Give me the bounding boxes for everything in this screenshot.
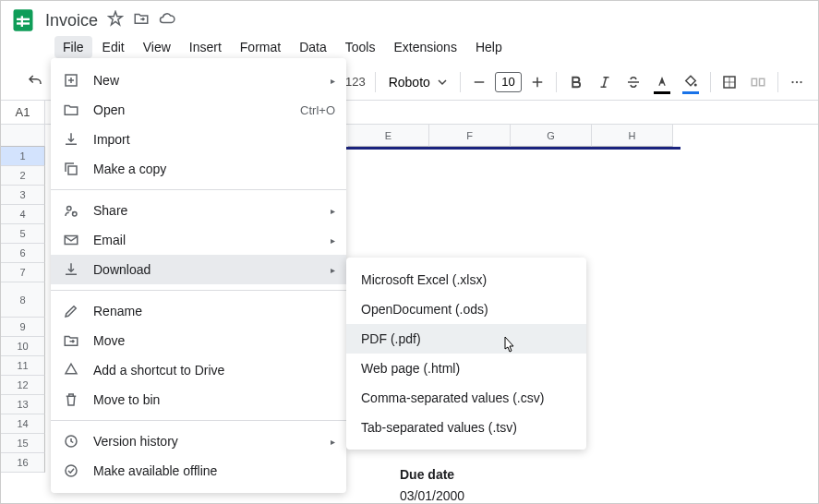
row-header[interactable]: 13 xyxy=(1,395,45,414)
menu-tools[interactable]: Tools xyxy=(337,36,384,58)
column-headers[interactable]: EFGH xyxy=(348,125,673,147)
svg-rect-3 xyxy=(21,16,23,27)
download-tsv[interactable]: Tab-separated values (.tsv) xyxy=(346,413,586,442)
menu-item-offline[interactable]: Make available offline xyxy=(51,456,346,486)
download-ods[interactable]: OpenDocument (.ods) xyxy=(346,294,586,324)
row-header[interactable]: 14 xyxy=(1,414,45,434)
svg-rect-6 xyxy=(753,78,757,86)
merge-cells-button[interactable] xyxy=(745,68,772,96)
menu-format[interactable]: Format xyxy=(232,36,289,58)
title-bar: Invoice xyxy=(1,1,818,34)
svg-point-4 xyxy=(694,83,697,86)
column-header[interactable]: H xyxy=(592,125,673,147)
menu-item-share[interactable]: Share▸ xyxy=(51,196,346,225)
menu-item-new[interactable]: New▸ xyxy=(51,66,346,95)
row-header[interactable]: 6 xyxy=(1,244,45,263)
cell-due-date-label[interactable]: Due date xyxy=(400,467,454,482)
row-header[interactable]: 5 xyxy=(1,224,45,244)
row-header[interactable]: 4 xyxy=(1,205,45,224)
strikethrough-button[interactable] xyxy=(620,68,646,96)
email-icon xyxy=(62,231,80,249)
star-icon[interactable] xyxy=(107,10,124,30)
offline-icon xyxy=(62,462,80,480)
svg-rect-12 xyxy=(68,166,77,174)
move-icon xyxy=(62,331,80,350)
increase-font-size-button[interactable] xyxy=(524,68,550,96)
file-menu-dropdown: New▸ OpenCtrl+O Import Make a copy Share… xyxy=(51,58,346,493)
more-toolbar-button[interactable] xyxy=(784,68,811,96)
svg-rect-7 xyxy=(760,78,765,86)
menu-data[interactable]: Data xyxy=(291,36,335,58)
column-header[interactable]: F xyxy=(429,125,511,147)
download-pdf[interactable]: PDF (.pdf) xyxy=(346,324,586,354)
download-html[interactable]: Web page (.html) xyxy=(346,354,586,383)
row-header[interactable]: 10 xyxy=(1,337,45,356)
bold-button[interactable] xyxy=(562,68,589,96)
row-header[interactable]: 9 xyxy=(1,318,45,337)
row-header[interactable]: 7 xyxy=(1,263,45,282)
svg-point-8 xyxy=(792,80,794,82)
row-header[interactable]: 3 xyxy=(1,186,45,205)
undo-button[interactable] xyxy=(27,73,43,93)
row-header[interactable]: 16 xyxy=(1,453,45,473)
row-header[interactable]: 2 xyxy=(1,166,45,186)
menu-item-import[interactable]: Import xyxy=(51,125,346,154)
menu-item-move[interactable]: Move xyxy=(51,326,346,355)
menu-insert[interactable]: Insert xyxy=(181,36,230,58)
move-folder-icon[interactable] xyxy=(133,10,150,30)
svg-point-17 xyxy=(66,465,77,476)
document-title[interactable]: Invoice xyxy=(45,11,98,30)
column-header[interactable]: G xyxy=(511,125,592,147)
menu-bar: File Edit View Insert Format Data Tools … xyxy=(1,34,818,60)
italic-button[interactable] xyxy=(591,68,618,96)
cursor-pointer-icon xyxy=(500,335,518,359)
download-csv[interactable]: Comma-separated values (.csv) xyxy=(346,383,586,413)
menu-item-open[interactable]: OpenCtrl+O xyxy=(51,95,346,125)
menu-edit[interactable]: Edit xyxy=(94,36,133,58)
menu-file[interactable]: File xyxy=(54,36,92,58)
menu-item-version-history[interactable]: Version history▸ xyxy=(51,426,346,456)
drive-shortcut-icon xyxy=(62,361,80,379)
borders-button[interactable] xyxy=(717,68,743,96)
menu-item-make-copy[interactable]: Make a copy xyxy=(51,154,346,184)
share-icon xyxy=(62,201,80,220)
fill-color-button[interactable] xyxy=(678,68,705,96)
decrease-font-size-button[interactable] xyxy=(466,68,493,96)
cloud-status-icon[interactable] xyxy=(159,10,175,30)
text-color-button[interactable] xyxy=(649,68,676,96)
menu-help[interactable]: Help xyxy=(467,36,511,58)
name-box[interactable]: A1 xyxy=(1,101,45,124)
row-header[interactable]: 15 xyxy=(1,434,45,453)
menu-item-email[interactable]: Email▸ xyxy=(51,225,346,255)
svg-point-13 xyxy=(67,207,72,211)
svg-point-9 xyxy=(796,80,798,82)
column-header[interactable]: E xyxy=(348,125,429,147)
menu-item-rename[interactable]: Rename xyxy=(51,296,346,326)
rename-icon xyxy=(62,302,80,320)
svg-point-10 xyxy=(801,80,802,82)
menu-view[interactable]: View xyxy=(135,36,179,58)
new-icon xyxy=(62,71,80,90)
select-all-corner[interactable] xyxy=(1,125,45,147)
download-xlsx[interactable]: Microsoft Excel (.xlsx) xyxy=(346,265,586,294)
download-submenu: Microsoft Excel (.xlsx) OpenDocument (.o… xyxy=(346,258,586,450)
cell-due-date-value[interactable]: 03/01/2000 xyxy=(400,488,464,503)
row-header[interactable]: 1 xyxy=(1,147,45,166)
font-family-select[interactable]: Roboto xyxy=(381,69,454,95)
chevron-down-icon xyxy=(438,78,447,87)
copy-icon xyxy=(62,160,80,178)
row-header[interactable]: 12 xyxy=(1,376,45,395)
menu-extensions[interactable]: Extensions xyxy=(385,36,464,58)
history-icon xyxy=(62,432,80,450)
menu-item-download[interactable]: Download▸ xyxy=(51,255,346,284)
sheets-logo-icon[interactable] xyxy=(10,4,36,37)
download-icon xyxy=(62,260,80,279)
row-header[interactable]: 11 xyxy=(1,356,45,376)
menu-item-move-to-bin[interactable]: Move to bin xyxy=(51,385,346,414)
menu-item-add-shortcut[interactable]: Add a shortcut to Drive xyxy=(51,355,346,385)
trash-icon xyxy=(62,390,80,409)
import-icon xyxy=(62,130,80,149)
row-header[interactable]: 8 xyxy=(1,282,45,318)
font-size-input[interactable]: 10 xyxy=(495,72,522,92)
folder-open-icon xyxy=(62,101,80,119)
